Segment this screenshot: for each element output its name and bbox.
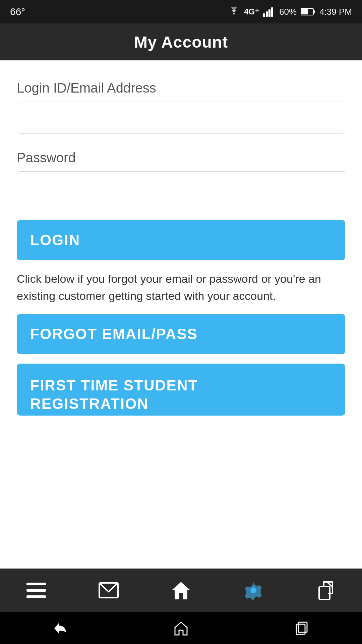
message-icon bbox=[99, 582, 119, 598]
svg-rect-1 bbox=[266, 11, 268, 17]
gear-icon bbox=[244, 581, 263, 600]
recents-icon bbox=[294, 621, 309, 636]
home-icon bbox=[171, 581, 191, 600]
password-form-group: Password bbox=[17, 150, 345, 203]
android-nav bbox=[0, 612, 362, 644]
android-home-icon bbox=[174, 621, 188, 636]
forgot-button[interactable]: FORGOT EMAIL/PASS bbox=[17, 314, 345, 354]
battery-percent: 60% bbox=[279, 7, 297, 17]
network-type: 4G⁺ bbox=[244, 7, 259, 16]
bottom-nav bbox=[0, 569, 362, 612]
nav-message-button[interactable] bbox=[92, 574, 125, 607]
svg-rect-6 bbox=[313, 10, 315, 13]
nav-settings-button[interactable] bbox=[237, 574, 270, 607]
svg-point-13 bbox=[251, 588, 256, 593]
svg-rect-7 bbox=[26, 583, 46, 585]
email-input[interactable] bbox=[17, 102, 345, 133]
android-home-button[interactable] bbox=[168, 618, 194, 638]
email-form-group: Login ID/Email Address bbox=[17, 80, 345, 133]
svg-marker-16 bbox=[175, 622, 187, 635]
status-right: 4G⁺ 60% 4:39 PM bbox=[228, 7, 352, 17]
svg-rect-0 bbox=[263, 13, 265, 17]
back-icon bbox=[52, 620, 68, 636]
app-header: My Account bbox=[0, 23, 362, 60]
svg-rect-3 bbox=[271, 7, 273, 17]
nav-home-button[interactable] bbox=[164, 574, 198, 607]
svg-rect-8 bbox=[26, 589, 46, 592]
helper-text: Click below if you forgot your email or … bbox=[17, 270, 345, 305]
svg-marker-11 bbox=[172, 582, 190, 599]
main-content: Login ID/Email Address Password LOGIN Cl… bbox=[0, 60, 362, 569]
android-recents-button[interactable] bbox=[288, 618, 315, 638]
page-title: My Account bbox=[134, 33, 228, 51]
battery-icon bbox=[301, 7, 315, 16]
svg-rect-9 bbox=[26, 595, 46, 598]
status-bar: 66° 4G⁺ 60% bbox=[0, 0, 362, 23]
signal-icon bbox=[263, 7, 275, 17]
temperature: 66° bbox=[10, 6, 25, 17]
share-icon bbox=[317, 581, 335, 600]
register-line1: FIRST TIME STUDENT bbox=[17, 376, 345, 394]
svg-rect-2 bbox=[268, 9, 270, 17]
password-label: Password bbox=[17, 150, 345, 165]
register-line2: REGISTRATION bbox=[17, 394, 345, 413]
nav-share-button[interactable] bbox=[309, 574, 343, 607]
android-back-button[interactable] bbox=[47, 618, 74, 638]
login-button[interactable]: LOGIN bbox=[17, 220, 345, 260]
password-input[interactable] bbox=[17, 171, 345, 203]
wifi-icon bbox=[228, 7, 240, 17]
nav-menu-button[interactable] bbox=[19, 574, 53, 607]
svg-rect-5 bbox=[301, 9, 308, 14]
register-button[interactable]: FIRST TIME STUDENT REGISTRATION bbox=[17, 364, 345, 416]
email-label: Login ID/Email Address bbox=[17, 80, 345, 96]
menu-icon bbox=[26, 583, 46, 598]
time: 4:39 PM bbox=[319, 7, 352, 17]
